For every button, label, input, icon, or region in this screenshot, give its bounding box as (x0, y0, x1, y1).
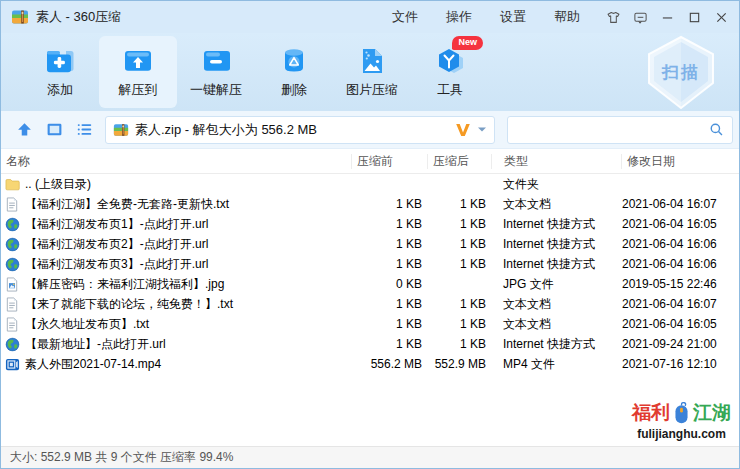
globe-icon (5, 217, 20, 232)
search-box (507, 116, 733, 144)
scan-button[interactable]: 扫描 (637, 33, 725, 111)
file-type-cell: 文本文档 (491, 196, 621, 213)
watermark-text-left: 福利 (632, 400, 670, 426)
file-name: 【福利江湖发布页3】-点此打开.url (25, 256, 208, 273)
header-size-after[interactable]: 压缩后 (427, 154, 491, 169)
file-table: 名称 压缩前 压缩后 类型 修改日期 .. (上级目录)文件夹【福利江湖】全免费… (1, 149, 739, 446)
one-click-extract-button[interactable]: 一键解压 (177, 36, 255, 108)
up-level-icon[interactable] (11, 117, 37, 143)
file-name: 【解压密码：来福利江湖找福利】.jpg (25, 276, 224, 293)
window-controls (600, 1, 735, 33)
table-row[interactable]: 【福利江湖发布页3】-点此打开.url1 KB1 KBInternet 快捷方式… (1, 254, 739, 274)
menu-settings[interactable]: 设置 (486, 1, 540, 33)
size-after-cell: 1 KB (427, 217, 491, 231)
header-size-before[interactable]: 压缩前 (351, 154, 427, 169)
date-modified-cell: 2021-06-04 16:07 (621, 197, 739, 211)
table-row[interactable]: 【永久地址发布页】.txt1 KB1 KB文本文档2021-06-04 16:0… (1, 314, 739, 334)
date-modified-cell: 2021-06-04 16:05 (621, 317, 739, 331)
search-input[interactable] (516, 121, 703, 138)
size-before-cell: 0 KB (351, 277, 427, 291)
size-before-cell: 1 KB (351, 237, 427, 251)
toolbar-button-label: 删除 (281, 81, 307, 99)
folder-add-icon (44, 46, 76, 76)
file-type-cell: Internet 快捷方式 (491, 216, 621, 233)
image-compress-button[interactable]: 图片压缩 (333, 36, 411, 108)
feedback-icon[interactable] (627, 1, 654, 33)
status-text: 大小: 552.9 MB 共 9 个文件 压缩率 99.4% (10, 449, 233, 466)
watermark-logo: 福利 江湖 fulijianghu.com (632, 400, 731, 441)
menu-operation[interactable]: 操作 (432, 1, 486, 33)
image-compress-icon (356, 46, 388, 76)
menu-file[interactable]: 文件 (378, 1, 432, 33)
address-field[interactable]: 素人.zip - 解包大小为 556.2 MB (105, 116, 495, 144)
v-logo-icon[interactable] (454, 122, 472, 138)
add-button[interactable]: 添加 (21, 36, 99, 108)
table-row[interactable]: .. (上级目录)文件夹 (1, 174, 739, 194)
header-type[interactable]: 类型 (491, 154, 621, 169)
size-after-cell: 1 KB (427, 317, 491, 331)
search-icon[interactable] (709, 122, 724, 137)
text-file-icon (5, 197, 20, 212)
zip-file-icon (113, 122, 129, 138)
folder-icon (5, 177, 20, 192)
delete-button[interactable]: 删除 (255, 36, 333, 108)
file-name-cell: 【福利江湖】全免费-无套路-更新快.txt (1, 196, 351, 213)
toolbar-button-label: 解压到 (119, 81, 158, 99)
new-badge: New (452, 36, 483, 50)
skin-icon[interactable] (600, 1, 627, 33)
table-row[interactable]: 【解压密码：来福利江湖找福利】.jpg0 KBJPG 文件2019-05-15 … (1, 274, 739, 294)
list-view-icon[interactable] (71, 117, 97, 143)
file-name-cell: 【福利江湖发布页1】-点此打开.url (1, 216, 351, 233)
date-modified-cell: 2021-06-04 16:05 (621, 217, 739, 231)
table-row[interactable]: 【福利江湖】全免费-无套路-更新快.txt1 KB1 KB文本文档2021-06… (1, 194, 739, 214)
file-type-cell: 文本文档 (491, 296, 621, 313)
file-name-cell: .. (上级目录) (1, 176, 351, 193)
tools-button[interactable]: New 工具 (411, 36, 489, 108)
status-bar: 大小: 552.9 MB 共 9 个文件 压缩率 99.4% (1, 446, 739, 468)
toolbar-button-label: 工具 (437, 81, 463, 99)
file-name-cell: 素人外围2021-07-14.mp4 (1, 356, 351, 373)
date-modified-cell: 2021-09-24 21:00 (621, 337, 739, 351)
size-after-cell: 1 KB (427, 197, 491, 211)
size-after-cell: 1 KB (427, 297, 491, 311)
table-row[interactable]: 【来了就能下载的论坛，纯免费！】.txt1 KB1 KB文本文档2021-06-… (1, 294, 739, 314)
menu-help[interactable]: 帮助 (540, 1, 594, 33)
address-dropdown-icon[interactable] (477, 126, 487, 133)
text-file-icon (5, 317, 20, 332)
file-list: .. (上级目录)文件夹【福利江湖】全免费-无套路-更新快.txt1 KB1 K… (1, 174, 739, 374)
file-type-cell: Internet 快捷方式 (491, 336, 621, 353)
globe-icon (5, 257, 20, 272)
size-after-cell: 1 KB (427, 337, 491, 351)
size-after-cell: 552.9 MB (427, 357, 491, 371)
header-date[interactable]: 修改日期 (621, 154, 739, 169)
scan-label: 扫描 (662, 61, 700, 84)
size-after-cell: 1 KB (427, 257, 491, 271)
table-row[interactable]: 素人外围2021-07-14.mp4556.2 MB552.9 MBMP4 文件… (1, 354, 739, 374)
size-before-cell: 1 KB (351, 257, 427, 271)
file-name: 【福利江湖】全免费-无套路-更新快.txt (25, 196, 229, 213)
size-before-cell: 1 KB (351, 217, 427, 231)
folder-one-click-icon (200, 46, 232, 76)
file-name-cell: 【来了就能下载的论坛，纯免费！】.txt (1, 296, 351, 313)
file-type-cell: Internet 快捷方式 (491, 256, 621, 273)
file-name-cell: 【福利江湖发布页2】-点此打开.url (1, 236, 351, 253)
toolbar-button-label: 一键解压 (190, 81, 242, 99)
mouse-icon (672, 401, 691, 425)
table-row[interactable]: 【最新地址】-点此打开.url1 KB1 KBInternet 快捷方式2021… (1, 334, 739, 354)
toolbar-button-label: 添加 (47, 81, 73, 99)
globe-icon (5, 237, 20, 252)
close-button[interactable] (708, 1, 735, 33)
file-name: 【永久地址发布页】.txt (25, 316, 149, 333)
file-type-cell: 文本文档 (491, 316, 621, 333)
video-file-icon (5, 357, 20, 372)
header-name[interactable]: 名称 (1, 154, 351, 169)
maximize-button[interactable] (681, 1, 708, 33)
table-row[interactable]: 【福利江湖发布页1】-点此打开.url1 KB1 KBInternet 快捷方式… (1, 214, 739, 234)
date-modified-cell: 2019-05-15 22:46 (621, 277, 739, 291)
preview-pane-icon[interactable] (41, 117, 67, 143)
minimize-button[interactable] (654, 1, 681, 33)
size-after-cell: 1 KB (427, 237, 491, 251)
extract-to-button[interactable]: 解压到 (99, 36, 177, 108)
table-row[interactable]: 【福利江湖发布页2】-点此打开.url1 KB1 KBInternet 快捷方式… (1, 234, 739, 254)
size-before-cell: 1 KB (351, 297, 427, 311)
